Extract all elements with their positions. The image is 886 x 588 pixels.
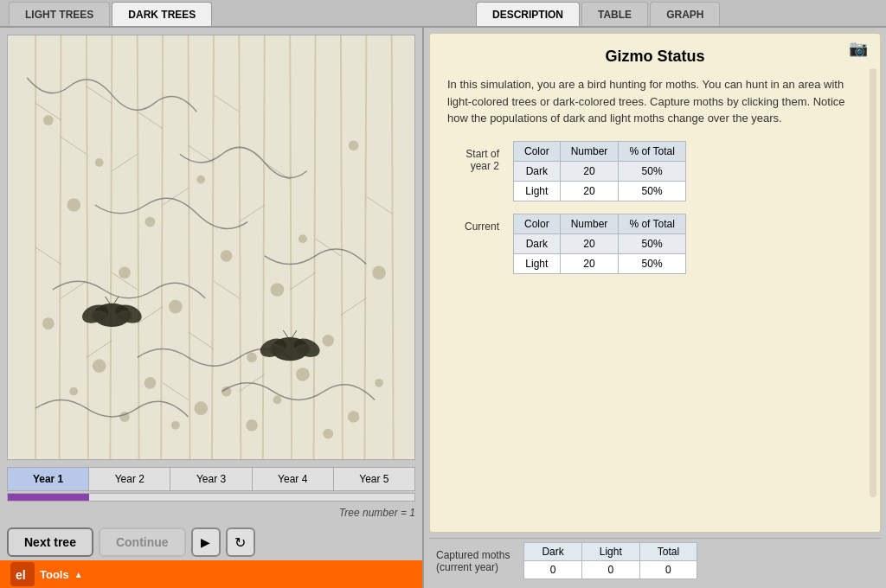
- tab-dark-trees[interactable]: DARK TREES: [112, 2, 212, 26]
- svg-point-51: [322, 335, 334, 347]
- start-dark-percent: 50%: [619, 161, 685, 181]
- captured-dark-value: 0: [524, 561, 581, 579]
- tools-logo: el: [10, 562, 35, 586]
- gizmo-title: Gizmo Status: [447, 48, 863, 66]
- current-table: Color Number % of Total Dark 20 50% Ligh…: [513, 214, 686, 274]
- progress-fill: [8, 494, 89, 501]
- play-button[interactable]: ▶: [191, 527, 221, 557]
- start-light-color: Light: [514, 181, 561, 201]
- logo-icon: el: [14, 566, 31, 583]
- svg-point-40: [43, 115, 54, 125]
- scrollbar[interactable]: [870, 68, 876, 497]
- col-header-color-2: Color: [514, 214, 561, 233]
- continue-button[interactable]: Continue: [99, 527, 186, 557]
- right-tabs: DESCRIPTION TABLE GRAPH: [424, 0, 886, 26]
- captured-moths-label: Captured moths(current year): [436, 549, 510, 573]
- svg-point-66: [348, 411, 360, 423]
- gizmo-description: In this simulation, you are a bird hunti…: [447, 76, 863, 127]
- year-tab-2[interactable]: Year 2: [89, 468, 170, 490]
- captured-light-value: 0: [581, 561, 639, 579]
- svg-point-65: [323, 429, 333, 439]
- start-year-table: Color Number % of Total Dark 20 50% Ligh…: [513, 141, 686, 201]
- captured-col-light: Light: [581, 543, 639, 561]
- svg-point-67: [375, 379, 383, 387]
- start-light-percent: 50%: [619, 181, 685, 201]
- progress-bar-container: [7, 493, 415, 502]
- tree-number-display: Tree number = 1: [0, 502, 422, 524]
- bottom-info-bar: Captured moths(current year) Dark Light …: [429, 538, 881, 583]
- top-tab-bar: LIGHT TREES DARK TREES DESCRIPTION TABLE…: [0, 0, 886, 28]
- svg-point-53: [372, 266, 386, 280]
- svg-point-54: [42, 317, 55, 329]
- start-light-row: Light 20 50%: [514, 181, 686, 201]
- year-tab-1[interactable]: Year 1: [8, 468, 89, 490]
- tab-table[interactable]: TABLE: [581, 2, 648, 26]
- reset-button[interactable]: ↻: [226, 527, 255, 557]
- camera-icon[interactable]: 📷: [849, 39, 868, 58]
- main-content: Year 1 Year 2 Year 3 Year 4 Year 5 Tree …: [0, 28, 886, 588]
- year-tab-3[interactable]: Year 3: [170, 468, 252, 490]
- svg-point-63: [273, 396, 282, 405]
- svg-point-56: [93, 359, 106, 373]
- svg-point-46: [196, 176, 205, 184]
- tree-image[interactable]: [7, 35, 415, 460]
- captured-col-dark: Dark: [524, 543, 581, 561]
- svg-rect-0: [10, 35, 413, 459]
- year-tab-4[interactable]: Year 4: [253, 468, 334, 490]
- svg-point-50: [299, 234, 307, 243]
- tab-graph[interactable]: GRAPH: [650, 2, 720, 26]
- current-light-row: Light 20 50%: [514, 253, 686, 273]
- year-tabs: Year 1 Year 2 Year 3 Year 4 Year 5: [7, 467, 415, 491]
- start-light-number: 20: [560, 181, 619, 201]
- svg-point-59: [171, 421, 180, 430]
- col-header-number-2: Number: [560, 214, 619, 233]
- left-panel: Year 1 Year 2 Year 3 Year 4 Year 5 Tree …: [0, 28, 424, 588]
- tree-scene-svg: [8, 35, 414, 459]
- tab-light-trees[interactable]: LIGHT TREES: [9, 2, 110, 26]
- svg-point-43: [119, 267, 131, 279]
- left-tabs: LIGHT TREES DARK TREES: [0, 0, 424, 26]
- svg-point-52: [349, 141, 359, 151]
- start-year-section: Start ofyear 2 Color Number % of Total D…: [447, 141, 863, 201]
- tab-description[interactable]: DESCRIPTION: [476, 2, 580, 26]
- start-dark-number: 20: [560, 161, 619, 181]
- svg-text:el: el: [16, 568, 26, 582]
- col-header-color-1: Color: [514, 141, 561, 161]
- current-section: Current Color Number % of Total Dark 20: [447, 214, 863, 274]
- gizmo-card: 📷 Gizmo Status In this simulation, you a…: [429, 33, 881, 533]
- current-dark-row: Dark 20 50%: [514, 233, 686, 253]
- svg-point-49: [271, 283, 285, 297]
- col-header-percent-2: % of Total: [619, 214, 685, 233]
- svg-point-60: [194, 401, 208, 415]
- tools-bar: el Tools ▲: [0, 560, 422, 588]
- current-light-color: Light: [514, 253, 561, 273]
- captured-col-total: Total: [639, 543, 697, 561]
- current-dark-color: Dark: [514, 233, 561, 253]
- svg-point-48: [247, 353, 257, 363]
- svg-point-45: [169, 300, 183, 314]
- start-dark-color: Dark: [514, 161, 561, 181]
- svg-point-42: [95, 158, 104, 167]
- current-dark-number: 20: [560, 233, 619, 253]
- svg-point-47: [221, 250, 233, 262]
- year-tab-5[interactable]: Year 5: [334, 468, 414, 490]
- right-panel: 📷 Gizmo Status In this simulation, you a…: [424, 28, 886, 588]
- start-year-label: Start ofyear 2: [447, 141, 499, 172]
- current-light-number: 20: [560, 253, 619, 273]
- current-label: Current: [447, 214, 499, 233]
- svg-point-55: [69, 387, 78, 396]
- next-tree-button[interactable]: Next tree: [7, 527, 93, 557]
- tree-number-label: Tree number = 1: [339, 507, 415, 519]
- svg-point-64: [296, 368, 310, 381]
- reset-icon: ↻: [234, 534, 246, 551]
- tools-arrow-icon: ▲: [74, 570, 83, 579]
- svg-point-58: [144, 377, 157, 389]
- svg-point-41: [67, 198, 80, 212]
- captured-total-value: 0: [639, 561, 697, 579]
- start-dark-row: Dark 20 50%: [514, 161, 686, 181]
- captured-table: Dark Light Total 0 0 0: [523, 542, 697, 579]
- captured-values-row: 0 0 0: [524, 561, 697, 579]
- col-header-percent-1: % of Total: [619, 141, 685, 161]
- control-buttons: Next tree Continue ▶ ↻: [7, 527, 415, 557]
- svg-point-44: [145, 217, 156, 227]
